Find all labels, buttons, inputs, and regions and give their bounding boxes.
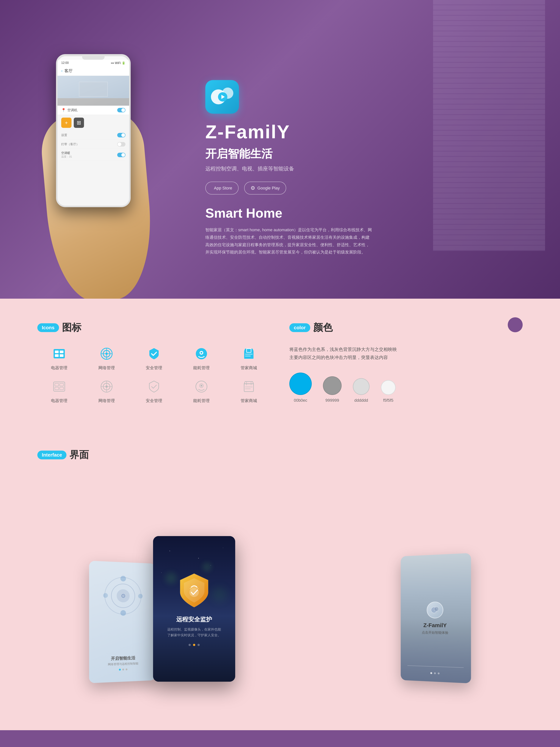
- energy-outline-label: 能耗管理: [193, 398, 210, 404]
- right-dot-3: [438, 672, 440, 674]
- icon-item-energy: 能耗管理: [180, 345, 223, 371]
- icons-section-label: Icons 图标: [37, 321, 81, 334]
- icons-column: Icons 图标 电器管理: [37, 321, 271, 415]
- ring-dot-bottom: [120, 610, 126, 616]
- ac-toggle[interactable]: [117, 108, 125, 112]
- phone-camera-preview[interactable]: [57, 76, 129, 106]
- device-item-3: 空调暖 温度：31: [61, 149, 125, 161]
- svg-rect-4: [60, 354, 63, 357]
- smart-home-title: Smart Home: [205, 206, 523, 221]
- svg-rect-3: [55, 354, 59, 357]
- left-phone-content: ⚙ 开启智能生活 网络管理与远程控制智能: [89, 561, 156, 683]
- svg-rect-13: [244, 351, 254, 359]
- device-item-1: 设置: [61, 131, 125, 140]
- device-toggle-1[interactable]: [117, 133, 125, 137]
- color-swatches: 00b0ec 999999 dddddd f5f5f5: [289, 372, 523, 403]
- swatch-blue-circle: [289, 372, 312, 395]
- network-outline-icon: [100, 380, 113, 393]
- device-name-3: 空调暖: [61, 151, 72, 155]
- svg-rect-18: [55, 383, 59, 386]
- hero-section: 12:00 ▪▪▪ WiFi 🔋 ‹ 客厅: [0, 0, 560, 299]
- phone-add-buttons: + ⊞: [61, 118, 125, 128]
- grid-button[interactable]: ⊞: [74, 118, 84, 128]
- security-outline-label: 安全管理: [146, 398, 162, 404]
- app-logo: [205, 80, 239, 114]
- swatch-lightgray-circle: [353, 378, 370, 395]
- svg-rect-20: [55, 387, 59, 390]
- left-phone-inner-ring: ⚙: [111, 583, 135, 608]
- camera-view: [57, 76, 129, 106]
- energy-icon: [195, 347, 208, 360]
- right-dot-2: [434, 672, 436, 674]
- ring-dot-right: [138, 594, 143, 598]
- add-button[interactable]: +: [61, 118, 72, 128]
- interface-title-cn: 界面: [70, 448, 89, 461]
- swatch-gray-circle: [323, 376, 341, 395]
- svg-rect-30: [244, 384, 254, 392]
- phone-mockup-container: 12:00 ▪▪▪ WiFi 🔋 ‹ 客厅: [37, 39, 168, 282]
- icon-item-shop: 管家商城: [227, 345, 271, 371]
- svg-rect-1: [55, 351, 59, 353]
- center-phone-shield: [177, 572, 211, 610]
- colored-icons-grid: 电器管理 网络管理: [37, 345, 271, 404]
- appliance-outline-icon-box: [51, 378, 68, 395]
- app-store-label: App Store: [214, 186, 232, 190]
- device-status-3: 温度：31: [61, 155, 72, 158]
- appliance-label: 电器管理: [51, 365, 68, 371]
- svg-rect-2: [60, 351, 63, 353]
- swatch-blue: 00b0ec: [289, 372, 312, 403]
- network-outline-icon-box: [98, 378, 115, 395]
- left-phone-bottom-text: 开启智能生活 网络管理与远程控制智能: [89, 655, 156, 672]
- appliance-icon-box: [51, 345, 68, 362]
- ring-dot-left: [103, 593, 108, 598]
- device-item-2: 灯带（客厅）: [61, 140, 125, 149]
- appliance-icon: [53, 347, 66, 360]
- phone-nav-title: 客厅: [65, 68, 73, 74]
- energy-label: 能耗管理: [193, 365, 210, 371]
- shop-outline-icon: [242, 380, 255, 393]
- appliance-outline-icon: [53, 380, 66, 393]
- security-icon: [148, 347, 160, 360]
- left-phone-subtitle: 网络管理与远程控制智能: [89, 661, 156, 667]
- svg-point-35: [434, 607, 439, 611]
- two-column-grid: Icons 图标 电器管理: [37, 321, 523, 415]
- left-dot-3: [126, 668, 127, 670]
- left-dot-1: [119, 669, 121, 670]
- center-phone-dots: [166, 644, 222, 646]
- energy-outline-icon-box: [193, 378, 210, 395]
- left-phone-dots: [89, 668, 156, 672]
- right-phone: Z-FamilY 点击开始智能体验: [401, 553, 471, 684]
- phone-showcase: ⚙ 开启智能生活 网络管理与远程控制智能: [37, 488, 523, 693]
- phone-back-icon[interactable]: ‹: [61, 69, 62, 73]
- phone-device-list: + ⊞ 设置 灯带（客厅） 空调暖: [57, 115, 129, 164]
- device-toggle-3[interactable]: [117, 153, 125, 157]
- icons-color-section: Icons 图标 电器管理: [0, 299, 560, 437]
- icon-item-appliance-outline: 电器管理: [37, 378, 81, 404]
- phone-notch: [82, 56, 104, 60]
- app-logo-inner: [211, 87, 233, 106]
- phone-time: 12:00: [61, 61, 69, 65]
- center-phone-content: 远程安全监护 远程控制、监视摄像头，在家外也能了解家中实时状况，守护家人安全。: [153, 536, 235, 682]
- left-phone: ⚙ 开启智能生活 网络管理与远程控制智能: [89, 561, 156, 683]
- right-phone-content: Z-FamilY 点击开始智能体验: [401, 553, 471, 684]
- interface-badge: Interface: [37, 450, 67, 459]
- left-phone-title: 开启智能生活: [89, 655, 156, 662]
- logo-play-icon: [218, 92, 227, 102]
- google-play-button[interactable]: ⚙ Google Play: [244, 182, 286, 195]
- shop-icon: [242, 347, 255, 360]
- network-icon-box: [98, 345, 115, 362]
- right-phone-subtitle: 点击开始智能体验: [422, 630, 449, 635]
- energy-icon-box: [193, 345, 210, 362]
- hero-right-content: Z-FamilY 开启智能生活 远程控制空调、电视、插座等智能设备 App St…: [168, 65, 523, 256]
- shop-outline-label: 管家商城: [240, 398, 257, 404]
- app-store-button[interactable]: App Store: [205, 182, 238, 195]
- phone-mockup: 12:00 ▪▪▪ WiFi 🔋 ‹ 客厅: [56, 54, 131, 207]
- swatch-lightgray: dddddd: [353, 378, 370, 403]
- security-outline-icon: [148, 380, 160, 393]
- hero-content: 12:00 ▪▪▪ WiFi 🔋 ‹ 客厅: [0, 0, 560, 299]
- svg-rect-31: [245, 387, 253, 387]
- svg-rect-19: [60, 383, 63, 386]
- color-desc-line1: 将蓝色作为主色系，浅灰色背景沉静大方与之交相映映: [289, 345, 523, 353]
- color-title-cn: 颜色: [313, 321, 333, 334]
- device-toggle-2[interactable]: [117, 142, 125, 147]
